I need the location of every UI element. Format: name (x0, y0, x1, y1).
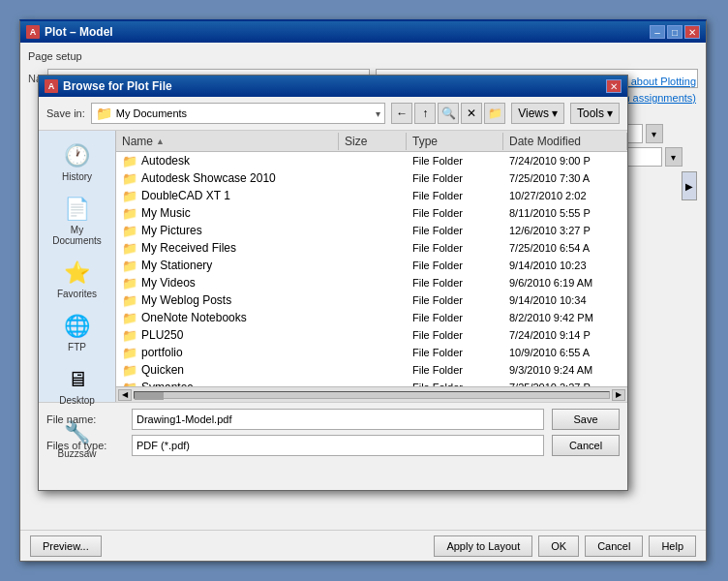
as-displayed-dropdown[interactable]: ▾ (646, 124, 663, 143)
file-type-cell: File Folder (409, 347, 505, 358)
main-bottom-bar: Preview... Apply to Layout OK Cancel Hel… (20, 530, 706, 561)
table-row[interactable]: 📁 Autodesk Showcase 2010 File Folder 7/2… (116, 169, 627, 187)
file-name-cell: 📁 DoubleCAD XT 1 (118, 189, 341, 203)
cancel-button[interactable]: Cancel (552, 435, 620, 456)
sidebar-item-favorites[interactable]: ⭐ Favorites (44, 256, 111, 304)
browse-dialog-title: Browse for Plot File (63, 79, 172, 93)
my-documents-icon: 📄 (64, 197, 90, 222)
main-window-title: Plot – Model (45, 25, 113, 39)
close-button[interactable]: ✕ (684, 25, 700, 39)
file-date-cell: 8/2/2010 9:42 PM (505, 312, 625, 323)
save-button[interactable]: Save (552, 409, 620, 430)
table-row[interactable]: 📁 Symantec File Folder 7/25/2010 2:27 P (116, 379, 627, 386)
horizontal-scrollbar[interactable]: ◀ ▶ (116, 386, 627, 402)
file-date-cell: 10/9/2010 6:55 A (505, 347, 625, 358)
help-button[interactable]: Help (649, 535, 696, 557)
sort-arrow-icon: ▲ (156, 137, 165, 146)
normal-dropdown[interactable]: ▾ (665, 147, 682, 167)
table-row[interactable]: 📁 My Music File Folder 8/11/2010 5:55 P (116, 204, 627, 222)
folder-icon: 📁 (122, 154, 137, 168)
scroll-left-arrow[interactable]: ◀ (118, 389, 132, 401)
folder-icon: 📁 (122, 259, 137, 273)
scroll-right-arrow[interactable]: ▶ (612, 389, 625, 401)
apply-to-layout-button[interactable]: Apply to Layout (434, 535, 532, 557)
save-in-label: Save in: (46, 107, 85, 119)
file-date-cell: 9/6/2010 6:19 AM (505, 277, 625, 289)
app-icon: A (26, 25, 40, 39)
minimize-button[interactable]: – (650, 25, 665, 39)
filename-input[interactable] (132, 409, 544, 430)
file-date-cell: 12/6/2010 3:27 P (505, 225, 625, 236)
sidebar-item-desktop[interactable]: 🖥 Desktop (44, 362, 111, 411)
browse-titlebar: A Browse for Plot File ✕ (39, 76, 627, 97)
table-row[interactable]: 📁 Autodesk File Folder 7/24/2010 9:00 P (116, 152, 627, 169)
sidebar-item-history[interactable]: 🕐 History (44, 138, 111, 187)
table-row[interactable]: 📁 OneNote Notebooks File Folder 8/2/2010… (116, 309, 627, 326)
folder-icon: 📁 (122, 328, 137, 343)
scroll-thumb[interactable] (135, 392, 164, 400)
favorites-icon: ⭐ (64, 260, 90, 286)
desktop-label: Desktop (59, 395, 95, 406)
my-documents-label: My Documents (46, 225, 108, 246)
folder-icon: 📁 (122, 293, 137, 308)
browse-dialog: A Browse for Plot File ✕ Save in: 📁 My D… (38, 75, 628, 491)
col-type-header[interactable]: Type (407, 133, 503, 150)
table-row[interactable]: 📁 portfolio File Folder 10/9/2010 6:55 A (116, 344, 627, 361)
new-folder-button[interactable]: 📁 (484, 103, 505, 124)
filetype-input[interactable] (132, 435, 544, 456)
delete-button[interactable]: ✕ (461, 103, 482, 124)
table-row[interactable]: 📁 DoubleCAD XT 1 File Folder 10/27/2010 … (116, 187, 627, 204)
back-button[interactable]: ← (391, 103, 412, 124)
file-name-cell: 📁 OneNote Notebooks (118, 311, 341, 325)
preview-button[interactable]: Preview... (30, 535, 102, 557)
file-name-cell: 📁 PLU250 (118, 328, 341, 343)
sidebar-item-my-documents[interactable]: 📄 My Documents (44, 192, 111, 251)
col-size-header[interactable]: Size (339, 133, 407, 150)
page-setup-label: Page setup (28, 50, 82, 62)
folder-icon: 📁 (96, 106, 112, 121)
file-type-cell: File Folder (409, 329, 505, 341)
table-row[interactable]: 📁 My Received Files File Folder 7/25/201… (116, 239, 627, 257)
save-in-dropdown[interactable]: 📁 My Documents ▾ (91, 103, 385, 124)
file-date-cell: 7/24/2010 9:14 P (505, 329, 625, 341)
save-in-value: My Documents (116, 107, 372, 119)
tools-dropdown[interactable]: Tools ▾ (570, 103, 620, 124)
browse-close-button[interactable]: ✕ (606, 79, 622, 93)
folder-icon: 📁 (122, 276, 137, 290)
table-row[interactable]: 📁 My Pictures File Folder 12/6/2010 3:27… (116, 222, 627, 239)
right-arrow-button[interactable]: ▶ (682, 171, 697, 200)
file-name-cell: 📁 My Music (118, 206, 341, 221)
desktop-icon: 🖥 (67, 367, 88, 392)
save-in-arrow-icon: ▾ (376, 108, 380, 119)
scroll-track[interactable] (134, 391, 610, 399)
views-dropdown[interactable]: Views ▾ (511, 103, 564, 124)
up-button[interactable]: ↑ (414, 103, 436, 124)
folder-icon: 📁 (122, 346, 137, 360)
file-date-cell: 9/14/2010 10:23 (505, 260, 625, 271)
maximize-button[interactable]: □ (667, 25, 682, 39)
ok-button[interactable]: OK (538, 535, 579, 557)
folder-icon: 📁 (122, 241, 137, 256)
folder-icon: 📁 (122, 311, 137, 325)
file-name-cell: 📁 My Weblog Posts (118, 293, 341, 308)
search-button[interactable]: 🔍 (438, 103, 459, 124)
page-setup-row: Page setup (28, 50, 698, 65)
table-row[interactable]: 📁 Quicken File Folder 9/3/2010 9:24 AM (116, 361, 627, 379)
col-name-header[interactable]: Name ▲ (116, 133, 339, 150)
col-date-header[interactable]: Date Modified (503, 133, 627, 150)
table-row[interactable]: 📁 My Videos File Folder 9/6/2010 6:19 AM (116, 274, 627, 291)
file-type-cell: File Folder (409, 312, 505, 323)
table-row[interactable]: 📁 My Stationery File Folder 9/14/2010 10… (116, 257, 627, 274)
table-row[interactable]: 📁 PLU250 File Folder 7/24/2010 9:14 P (116, 326, 627, 344)
file-date-cell: 7/25/2010 7:30 A (505, 172, 625, 184)
sidebar-item-ftp[interactable]: 🌐 FTP (44, 309, 111, 357)
cancel-button[interactable]: Cancel (585, 535, 643, 557)
browse-sidebar: 🕐 History 📄 My Documents ⭐ Favorites 🌐 F… (39, 131, 116, 402)
browse-toolbar: Save in: 📁 My Documents ▾ ← ↑ 🔍 ✕ 📁 View… (39, 97, 627, 131)
file-name-cell: 📁 My Received Files (118, 241, 341, 256)
toolbar-buttons: ← ↑ 🔍 ✕ 📁 (391, 103, 505, 124)
folder-icon: 📁 (122, 171, 137, 186)
file-date-cell: 8/11/2010 5:55 P (505, 207, 625, 219)
folder-icon: 📁 (122, 206, 137, 221)
table-row[interactable]: 📁 My Weblog Posts File Folder 9/14/2010 … (116, 291, 627, 309)
